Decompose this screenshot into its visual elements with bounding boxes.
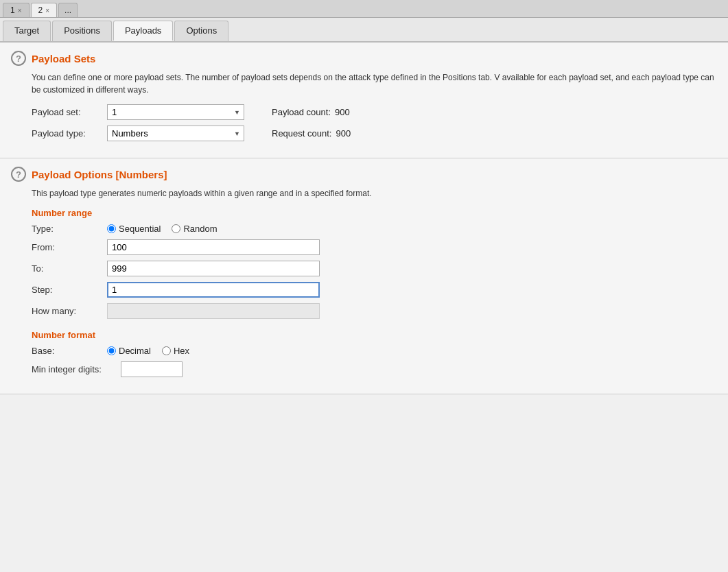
sequential-option[interactable]: Sequential <box>107 224 161 234</box>
decimal-option[interactable]: Decimal <box>107 346 151 356</box>
decimal-label: Decimal <box>119 346 151 356</box>
hex-radio[interactable] <box>162 346 171 355</box>
hex-option[interactable]: Hex <box>162 346 189 356</box>
payload-sets-description: You can define one or more payload sets.… <box>32 71 717 96</box>
top-tab-1-label: 1 <box>10 5 15 15</box>
payload-set-select[interactable]: 1 <box>107 104 244 120</box>
from-label: From: <box>32 242 107 252</box>
hex-label: Hex <box>174 346 189 356</box>
payload-type-label: Payload type: <box>32 128 107 139</box>
base-label: Base: <box>32 346 107 356</box>
to-row: To: <box>32 261 717 276</box>
request-count-label: Request count: <box>272 128 331 139</box>
tab-options[interactable]: Options <box>174 21 228 41</box>
random-option[interactable]: Random <box>172 224 217 234</box>
to-input[interactable] <box>107 261 320 276</box>
base-radio-group: Decimal Hex <box>107 346 189 356</box>
payload-sets-header: ? Payload Sets <box>11 51 717 66</box>
step-input[interactable] <box>107 282 320 298</box>
payload-options-help-icon[interactable]: ? <box>11 167 26 182</box>
tab-positions[interactable]: Positions <box>52 21 112 41</box>
payload-options-header: ? Payload Options [Numbers] <box>11 167 717 182</box>
step-label: Step: <box>32 285 107 295</box>
payload-count-value: 900 <box>335 107 350 117</box>
top-tab-more[interactable]: ... <box>58 3 78 17</box>
type-radio-group: Sequential Random <box>107 224 218 234</box>
tab-payloads[interactable]: Payloads <box>113 21 173 41</box>
payload-set-label: Payload set: <box>32 107 107 117</box>
top-tab-2-close[interactable]: × <box>45 7 49 14</box>
payload-sets-title: Payload Sets <box>32 53 95 64</box>
top-tab-1[interactable]: 1 × <box>3 3 30 17</box>
top-tab-bar: 1 × 2 × ... <box>0 0 728 18</box>
payload-sets-help-icon[interactable]: ? <box>11 51 26 66</box>
how-many-row: How many: <box>32 303 717 319</box>
random-radio[interactable] <box>172 224 180 233</box>
type-row: Type: Sequential Random <box>32 224 717 234</box>
how-many-label: How many: <box>32 306 107 316</box>
top-tab-2[interactable]: 2 × <box>31 3 58 17</box>
payload-set-select-wrapper: 1 <box>107 104 244 120</box>
number-format-label: Number format <box>32 330 717 340</box>
min-int-digits-row: Min integer digits: <box>32 361 717 377</box>
main-content: ? Payload Sets You can define one or mor… <box>0 43 728 394</box>
payload-type-select-wrapper: Numbers Simple list Runtime file Custom … <box>107 126 244 141</box>
base-row: Base: Decimal Hex <box>32 346 717 356</box>
payload-set-row: Payload set: 1 Payload count: 900 <box>32 104 717 120</box>
number-range-label: Number range <box>32 208 717 218</box>
how-many-input <box>107 303 320 319</box>
sequential-label: Sequential <box>119 224 161 234</box>
step-row: Step: <box>32 282 717 298</box>
top-tab-1-close[interactable]: × <box>18 7 22 14</box>
sequential-radio[interactable] <box>107 224 116 233</box>
decimal-radio[interactable] <box>107 346 116 355</box>
payload-options-title: Payload Options [Numbers] <box>32 169 167 180</box>
min-int-digits-input[interactable] <box>121 361 183 377</box>
from-input[interactable] <box>107 239 320 255</box>
min-int-digits-label: Min integer digits: <box>32 364 121 374</box>
from-row: From: <box>32 239 717 255</box>
nav-tab-bar: Target Positions Payloads Options <box>0 18 728 43</box>
payload-options-description: This payload type generates numeric payl… <box>32 187 717 200</box>
payload-type-row: Payload type: Numbers Simple list Runtim… <box>32 126 717 141</box>
type-label: Type: <box>32 224 107 234</box>
random-label: Random <box>183 224 217 234</box>
payload-options-section: ? Payload Options [Numbers] This payload… <box>0 158 728 394</box>
tab-target[interactable]: Target <box>3 21 51 41</box>
payload-count-label: Payload count: <box>272 107 331 117</box>
payload-type-select[interactable]: Numbers Simple list Runtime file Custom … <box>107 126 244 141</box>
payload-sets-section: ? Payload Sets You can define one or mor… <box>0 43 728 158</box>
top-tab-2-label: 2 <box>38 5 43 15</box>
to-label: To: <box>32 263 107 274</box>
request-count-value: 900 <box>336 128 351 139</box>
